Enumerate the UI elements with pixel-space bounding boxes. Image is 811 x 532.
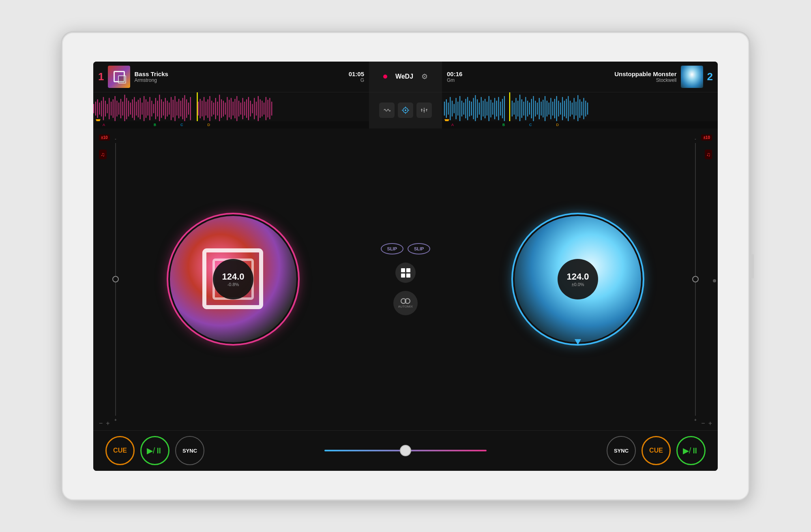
deck-left-details: Bass Tricks Armstrong (134, 71, 344, 83)
deck-right-time: 00:16 (447, 71, 462, 77)
svg-rect-9 (111, 101, 112, 115)
svg-rect-30 (151, 100, 152, 116)
wave-btn-target[interactable] (398, 103, 413, 118)
svg-point-94 (405, 109, 406, 111)
svg-rect-146 (525, 97, 526, 120)
svg-rect-177 (585, 100, 586, 116)
svg-rect-66 (225, 103, 225, 115)
svg-rect-16 (124, 94, 125, 122)
slip-btn-right[interactable]: SLIP (408, 243, 430, 254)
automix-button[interactable]: AUTOMIX (393, 291, 418, 315)
svg-rect-86 (264, 103, 264, 115)
svg-rect-124 (479, 103, 480, 115)
svg-rect-65 (223, 100, 224, 116)
svg-rect-131 (492, 103, 493, 115)
deck-left-title: Bass Tricks (134, 71, 344, 77)
svg-rect-110 (452, 100, 453, 116)
vol-minus-left[interactable]: − (99, 420, 103, 427)
deck-left-tempo-label[interactable]: ±10 (99, 135, 110, 141)
svg-rect-15 (122, 101, 123, 115)
svg-rect-34 (159, 94, 160, 122)
svg-rect-40 (171, 97, 172, 120)
svg-rect-123 (477, 99, 478, 118)
pitch-thumb-right[interactable] (692, 276, 699, 282)
deck-right-musicnote[interactable]: ♫ (705, 151, 712, 158)
svg-rect-170 (572, 103, 573, 115)
svg-rect-141 (515, 98, 516, 119)
left-controls: CUE ▶/⏸ SYNC (105, 436, 204, 465)
svg-rect-165 (562, 97, 563, 120)
pitch-slider-right[interactable]: - + (689, 137, 702, 422)
svg-rect-35 (161, 99, 162, 118)
deck-left-time: 01:05 (349, 71, 364, 77)
crossfader-thumb[interactable] (400, 445, 411, 456)
svg-rect-5 (103, 97, 104, 120)
svg-rect-10 (113, 99, 114, 118)
pitch-track-right[interactable] (695, 143, 696, 416)
crossfader-track[interactable] (324, 450, 487, 451)
waveform-left[interactable]: A B C D (93, 92, 369, 128)
play-button-left[interactable]: ▶/⏸ (140, 436, 169, 465)
wave-btn-waveform[interactable] (379, 103, 395, 118)
svg-rect-174 (579, 99, 580, 118)
svg-rect-152 (537, 103, 538, 115)
svg-rect-147 (527, 100, 528, 116)
cue-button-right[interactable]: CUE (642, 436, 671, 465)
svg-rect-43 (176, 101, 177, 115)
svg-rect-44 (178, 99, 179, 118)
wave-btn-eq[interactable] (416, 103, 432, 118)
pitch-track-left[interactable] (115, 143, 116, 416)
svg-rect-139 (512, 100, 513, 116)
svg-rect-54 (202, 100, 202, 116)
pitch-slider-left[interactable]: - + (109, 137, 122, 422)
svg-rect-55 (204, 97, 204, 120)
svg-rect-108 (448, 103, 448, 115)
slip-btn-left[interactable]: SLIP (381, 243, 403, 254)
deck-right-details: Unstoppable Monster Stockwell (470, 71, 676, 83)
sync-button-right[interactable]: SYNC (607, 436, 636, 465)
deck-left-musicnote[interactable]: ♫ (99, 151, 107, 158)
svg-rect-12 (116, 100, 117, 116)
gear-icon[interactable]: ⚙ (421, 72, 428, 81)
svg-rect-173 (577, 95, 578, 122)
waveform-right[interactable]: A B C D (442, 92, 718, 128)
marker-left-d: D (208, 123, 210, 127)
automix-label: AUTOMIX (398, 305, 413, 308)
vol-minus-right[interactable]: − (701, 420, 705, 427)
turntable-center-left: 124.0 -0.8% (213, 259, 253, 299)
svg-rect-176 (583, 98, 584, 119)
play-button-right[interactable]: ▶/⏸ (676, 436, 706, 465)
svg-rect-1 (95, 101, 96, 115)
svg-rect-19 (130, 103, 131, 115)
svg-rect-160 (552, 101, 553, 115)
svg-rect-31 (153, 104, 154, 113)
svg-rect-149 (531, 99, 532, 118)
svg-rect-27 (146, 99, 146, 118)
deck-right-time-info: 00:16 Gm (447, 71, 462, 83)
vol-plus-left[interactable]: + (106, 420, 109, 427)
svg-rect-6 (105, 100, 106, 116)
svg-rect-134 (498, 97, 499, 120)
waveform-row: A B C D (93, 92, 718, 128)
svg-rect-85 (262, 100, 262, 116)
svg-rect-145 (523, 101, 524, 115)
svg-rect-29 (149, 97, 150, 120)
deck-right-tempo-label[interactable]: ±10 (701, 135, 712, 141)
svg-rect-128 (487, 101, 487, 115)
vol-plus-right[interactable]: + (708, 420, 712, 427)
deck-left-bpm-offset: -0.8% (227, 282, 239, 287)
waveform-center-controls (369, 92, 442, 128)
turntable-left[interactable]: 124.0 -0.8% (168, 214, 298, 344)
pitch-thumb-left[interactable] (112, 276, 119, 282)
svg-rect-175 (581, 101, 582, 115)
turntable-right[interactable]: 124.0 ±0.0% (513, 214, 643, 344)
sync-button-left[interactable]: SYNC (175, 436, 204, 465)
svg-rect-89 (269, 98, 270, 119)
grid-button[interactable] (395, 263, 416, 283)
svg-rect-50 (190, 97, 191, 120)
svg-rect-18 (128, 100, 129, 116)
svg-rect-17 (126, 98, 127, 119)
svg-rect-4 (101, 100, 102, 116)
right-controls: SYNC CUE ▶/⏸ (607, 436, 706, 465)
cue-button-left[interactable]: CUE (105, 436, 135, 465)
